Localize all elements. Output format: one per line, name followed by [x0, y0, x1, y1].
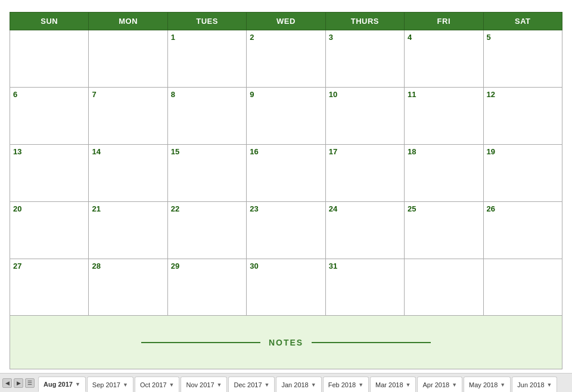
sheet-tab-nov-2017[interactable]: Nov 2017▼	[181, 377, 227, 392]
day-cell[interactable]: 13	[10, 144, 89, 201]
day-number: 10	[329, 90, 337, 99]
day-cell[interactable]: 29	[167, 259, 246, 316]
day-cell[interactable]: 24	[325, 201, 404, 259]
tab-dropdown-arrow[interactable]: ▼	[265, 382, 270, 388]
day-number: 12	[487, 90, 495, 99]
week-row-0: 12345	[10, 30, 562, 88]
tab-label: Jan 2018	[281, 381, 308, 388]
day-number: 31	[329, 262, 337, 270]
day-cell[interactable]: 25	[405, 201, 483, 259]
tab-scroll-left[interactable]: ◀	[2, 378, 12, 388]
sheet-tab-sep-2017[interactable]: Sep 2017▼	[87, 377, 133, 392]
day-cell[interactable]: 27	[10, 259, 89, 316]
day-number: 13	[13, 147, 21, 156]
tab-dropdown-arrow[interactable]: ▼	[217, 382, 222, 388]
day-number: 29	[171, 262, 179, 270]
calendar-wrapper: SUNMONTUESWEDTHURSFRISAT 123456789101112…	[0, 0, 572, 373]
sheet-tab-may-2018[interactable]: May 2018▼	[464, 377, 511, 392]
day-cell[interactable]: 14	[89, 144, 167, 201]
day-cell[interactable]: 12	[483, 87, 562, 144]
day-number: 3	[329, 33, 333, 42]
tab-menu[interactable]: ☰	[25, 378, 35, 388]
weekday-fri: FRI	[405, 13, 483, 30]
sheet-tab-apr-2018[interactable]: Apr 2018▼	[417, 377, 462, 392]
day-cell[interactable]: 20	[10, 201, 89, 259]
day-cell[interactable]: 2	[247, 30, 325, 88]
tab-dropdown-arrow[interactable]: ▼	[123, 382, 128, 388]
day-number: 9	[250, 90, 254, 99]
notes-inner: NOTES	[13, 338, 559, 347]
day-cell[interactable]: 23	[247, 201, 325, 259]
day-cell[interactable]: 17	[325, 144, 404, 201]
day-cell[interactable]: 22	[167, 201, 246, 259]
day-cell[interactable]: 5	[483, 30, 562, 88]
tab-dropdown-arrow[interactable]: ▼	[547, 382, 552, 388]
sheet-tab-jan-2018[interactable]: Jan 2018▼	[276, 377, 321, 392]
day-number: 28	[92, 262, 100, 270]
day-cell[interactable]: 16	[247, 144, 325, 201]
day-cell[interactable]: 30	[247, 259, 325, 316]
day-number: 8	[171, 90, 175, 99]
tab-label: Oct 2017	[140, 381, 167, 388]
sheet-tab-jun-2018[interactable]: Jun 2018▼	[512, 377, 557, 392]
day-cell[interactable]	[405, 259, 483, 316]
day-cell[interactable]	[89, 30, 167, 88]
day-number: 15	[171, 147, 179, 156]
sheet-tab-mar-2018[interactable]: Mar 2018▼	[370, 377, 416, 392]
tab-dropdown-arrow[interactable]: ▼	[169, 382, 175, 388]
day-cell[interactable]: 21	[89, 201, 167, 259]
tab-dropdown-arrow[interactable]: ▼	[358, 382, 363, 388]
day-cell[interactable]: 4	[405, 30, 483, 88]
day-cell[interactable]: 26	[483, 201, 562, 259]
week-row-1: 6789101112	[10, 87, 562, 144]
day-cell[interactable]: 11	[405, 87, 483, 144]
tab-dropdown-arrow[interactable]: ▼	[75, 381, 80, 387]
day-cell[interactable]: 1	[167, 30, 246, 88]
tab-label: Jun 2018	[517, 381, 544, 388]
tab-bar: ◀ ▶ ☰ Aug 2017▼Sep 2017▼Oct 2017▼Nov 201…	[0, 373, 572, 392]
day-number: 7	[92, 90, 96, 99]
calendar-table: SUNMONTUESWEDTHURSFRISAT 123456789101112…	[10, 12, 562, 369]
day-number: 22	[171, 204, 179, 213]
tab-dropdown-arrow[interactable]: ▼	[406, 382, 411, 388]
day-cell[interactable]: 19	[483, 144, 562, 201]
notes-row: NOTES	[10, 316, 562, 369]
day-cell[interactable]: 7	[89, 87, 167, 144]
notes-label: NOTES	[269, 338, 303, 347]
notes-cell: NOTES	[10, 316, 562, 369]
day-number: 24	[329, 204, 337, 213]
day-cell[interactable]: 31	[325, 259, 404, 316]
day-cell[interactable]: 18	[405, 144, 483, 201]
day-cell[interactable]: 8	[167, 87, 246, 144]
sheet-tab-feb-2018[interactable]: Feb 2018▼	[323, 377, 369, 392]
tab-dropdown-arrow[interactable]: ▼	[500, 382, 505, 388]
day-cell[interactable]	[10, 30, 89, 88]
day-number: 6	[13, 90, 17, 99]
day-cell[interactable]: 28	[89, 259, 167, 316]
tab-scroll-right[interactable]: ▶	[14, 378, 23, 388]
day-number: 5	[487, 33, 491, 42]
day-number: 18	[408, 147, 416, 156]
day-number: 11	[408, 90, 416, 99]
tab-label: Dec 2017	[234, 381, 262, 388]
day-number: 26	[487, 204, 495, 213]
day-cell[interactable]	[483, 259, 562, 316]
tab-dropdown-arrow[interactable]: ▼	[311, 382, 316, 388]
weekday-sat: SAT	[483, 13, 562, 30]
tab-dropdown-arrow[interactable]: ▼	[452, 382, 457, 388]
sheet-tab-oct-2017[interactable]: Oct 2017▼	[135, 377, 180, 392]
day-number: 20	[13, 204, 21, 213]
week-row-3: 20212223242526	[10, 201, 562, 259]
day-cell[interactable]: 6	[10, 87, 89, 144]
sheet-tab-dec-2017[interactable]: Dec 2017▼	[228, 377, 275, 392]
day-cell[interactable]: 3	[325, 30, 404, 88]
day-number: 16	[250, 147, 258, 156]
day-cell[interactable]: 9	[247, 87, 325, 144]
sheet-tab-aug-2017[interactable]: Aug 2017▼	[38, 377, 86, 392]
tab-label: Aug 2017	[43, 381, 73, 388]
tab-list: Aug 2017▼Sep 2017▼Oct 2017▼Nov 2017▼Dec …	[38, 374, 558, 392]
day-number: 4	[408, 33, 412, 42]
day-number: 23	[250, 204, 258, 213]
day-cell[interactable]: 10	[325, 87, 404, 144]
day-cell[interactable]: 15	[167, 144, 246, 201]
